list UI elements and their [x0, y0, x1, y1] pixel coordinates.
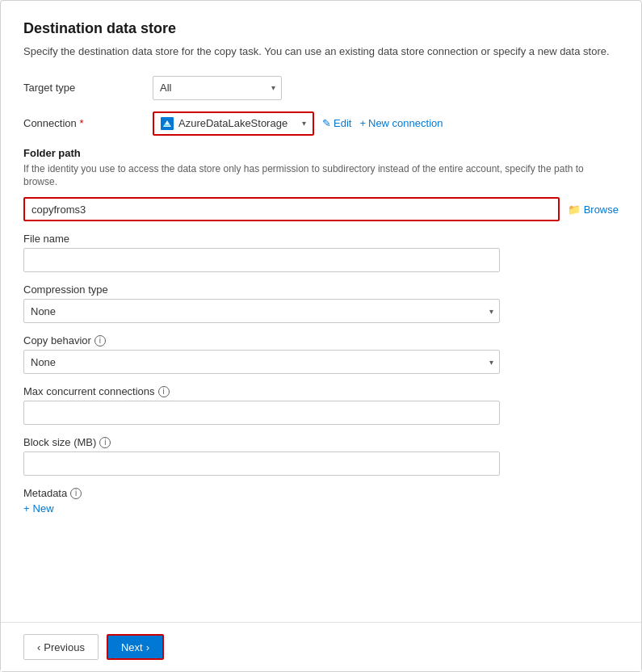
folder-path-desc: If the identity you use to access the da…	[23, 162, 619, 190]
previous-chevron-icon: ‹	[37, 641, 40, 653]
compression-type-group: Compression type None Deflate GZip BZip2…	[23, 284, 619, 323]
target-type-select[interactable]: All	[153, 76, 282, 100]
next-button[interactable]: Next ›	[107, 634, 164, 660]
folder-path-input[interactable]	[25, 199, 558, 220]
folder-icon: 📁	[568, 204, 581, 216]
connection-name: AzureDataLakeStorage	[178, 117, 297, 129]
block-size-label: Block size (MB) i	[23, 436, 619, 448]
file-name-label: File name	[23, 233, 619, 245]
browse-button[interactable]: 📁 Browse	[568, 204, 619, 216]
edit-button[interactable]: ✎ Edit	[322, 117, 351, 129]
block-size-group: Block size (MB) i	[23, 436, 619, 476]
folder-path-input-box	[23, 197, 560, 221]
previous-label: Previous	[44, 641, 85, 653]
copy-behavior-select-wrapper: None FlattenHierarchy MergeFiles Preserv…	[23, 350, 500, 374]
plus-icon: +	[359, 117, 366, 129]
page-description: Specify the destination data store for t…	[23, 44, 619, 60]
copy-behavior-select[interactable]: None FlattenHierarchy MergeFiles Preserv…	[23, 350, 500, 374]
max-connections-input[interactable]	[23, 401, 500, 425]
compression-type-label: Compression type	[23, 284, 619, 296]
edit-label: Edit	[334, 117, 351, 129]
block-size-info-icon: i	[99, 437, 111, 448]
target-type-label: Target type	[23, 82, 153, 94]
next-chevron-icon: ›	[146, 641, 149, 653]
adls-icon	[161, 117, 174, 130]
max-connections-label: Max concurrent connections i	[23, 385, 619, 397]
max-connections-group: Max concurrent connections i	[23, 385, 619, 425]
folder-path-title: Folder path	[23, 147, 619, 159]
compression-type-select[interactable]: None Deflate GZip BZip2 ZipDeflate Snapp…	[23, 299, 500, 323]
connection-chevron-icon: ▾	[302, 119, 306, 128]
connection-select-box[interactable]: AzureDataLakeStorage ▾	[153, 111, 314, 136]
metadata-info-icon: i	[70, 488, 82, 499]
new-connection-button[interactable]: + New connection	[359, 117, 443, 129]
copy-behavior-label: Copy behavior i	[23, 334, 619, 346]
new-label: New	[33, 502, 54, 514]
page-title: Destination data store	[23, 20, 619, 37]
footer: ‹ Previous Next ›	[1, 622, 641, 671]
metadata-label: Metadata i	[23, 487, 619, 499]
browse-label: Browse	[584, 204, 619, 216]
max-connections-info-icon: i	[158, 386, 170, 397]
next-label: Next	[121, 641, 143, 653]
file-name-input[interactable]	[23, 248, 500, 272]
metadata-section: Metadata i + New	[23, 487, 619, 514]
copy-behavior-group: Copy behavior i None FlattenHierarchy Me…	[23, 334, 619, 374]
block-size-input[interactable]	[23, 452, 500, 476]
svg-rect-1	[165, 124, 170, 126]
previous-button[interactable]: ‹ Previous	[23, 634, 99, 660]
target-type-row: Target type All ▾	[23, 76, 619, 100]
pencil-icon: ✎	[322, 117, 331, 129]
new-connection-label: New connection	[368, 117, 443, 129]
copy-behavior-info-icon: i	[94, 335, 106, 346]
file-name-group: File name	[23, 233, 619, 272]
new-metadata-button[interactable]: + New	[23, 502, 54, 514]
new-plus-icon: +	[23, 502, 30, 514]
connection-wrapper: AzureDataLakeStorage ▾ ✎ Edit + New conn…	[153, 111, 443, 136]
connection-label: Connection	[23, 117, 153, 129]
folder-path-row: 📁 Browse	[23, 197, 619, 221]
compression-type-select-wrapper: None Deflate GZip BZip2 ZipDeflate Snapp…	[23, 299, 500, 323]
target-type-select-wrapper: All ▾	[153, 76, 282, 100]
connection-row: Connection AzureDataLakeStorage ▾ ✎	[23, 111, 619, 136]
